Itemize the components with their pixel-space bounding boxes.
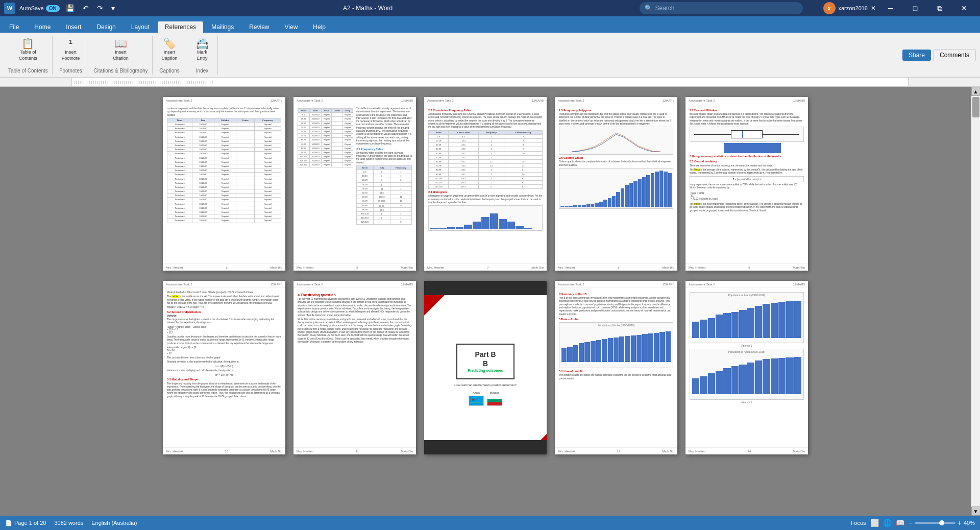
page-2-footer: Mrs. Hewlett 6 Math Bio xyxy=(293,263,416,271)
title-bar-left: W AutoSave ON 💾 ↶ ↷ ▾ xyxy=(4,3,117,14)
aruba-label: Aruba xyxy=(473,391,479,395)
scroll-down-button[interactable]: ▼ xyxy=(971,507,981,516)
page-2-content: ScoreDateResp.Cumul.Freq. 0-910/20/20Rep… xyxy=(293,104,416,263)
toc-icon: 📋 xyxy=(21,38,34,49)
zoom-level: 40% xyxy=(964,520,975,526)
web-layout-button[interactable]: 🌐 xyxy=(883,519,892,527)
word-count: 3082 words xyxy=(54,520,83,526)
restore-button[interactable]: ⧉ xyxy=(928,0,951,16)
redo-button[interactable]: ↷ xyxy=(95,3,105,13)
title-bar: W AutoSave ON 💾 ↶ ↷ ▾ A2 - Maths - Word … xyxy=(0,0,980,16)
tab-mailings[interactable]: Mailings xyxy=(204,21,241,33)
ribbon-group-index: 📇 Mark Entry Index xyxy=(187,36,218,75)
group-label-index: Index xyxy=(196,67,208,74)
status-right: Focus ⬜ 🌐 📖 − + 40% xyxy=(851,519,975,527)
maximize-button[interactable]: □ xyxy=(903,0,927,16)
status-bar: 📄 Page 1 of 20 3082 words English (Austr… xyxy=(0,516,980,530)
window-controls: ─ □ ⧉ ✕ xyxy=(879,0,976,16)
page-9-footer: Mrs. Hewlett 13 Math Bio xyxy=(555,447,677,454)
document-page-1: Assessment Task 2 12MAR5 number of respo… xyxy=(163,97,285,271)
scroll-thumb[interactable] xyxy=(972,97,979,117)
part-b-box: Part B B Predicting outcomes xyxy=(456,344,514,379)
page-7-footer: Mrs. Hewlett 11 Math Bio xyxy=(293,447,416,454)
tab-help[interactable]: Help xyxy=(306,21,333,33)
cumul-table: ScoreClass CentreFrequencyCumulative Fre… xyxy=(428,130,543,189)
scrollbar[interactable]: ▲ ▼ xyxy=(971,87,980,516)
read-mode-button[interactable]: 📖 xyxy=(896,519,904,527)
insert-footnote-button[interactable]: ¹ Insert Footnote xyxy=(59,37,83,62)
insert-caption-button[interactable]: 🏷️ Insert Caption xyxy=(159,37,181,62)
page-9-header: Assessment Task 2 12MAR5 xyxy=(555,281,677,288)
share-button[interactable]: Share xyxy=(902,50,931,61)
page-10-footer: Mrs. Hewlett 14 Math Bio xyxy=(685,447,808,454)
tab-view[interactable]: View xyxy=(278,21,305,33)
print-layout-button[interactable]: ⬜ xyxy=(870,519,879,527)
username: xarzon2016 xyxy=(839,5,868,11)
page-5-header: Assessment Task 2 12MAR5 xyxy=(685,97,808,104)
focus-button[interactable]: Focus xyxy=(851,520,866,526)
part-b-section: Part B B Predicting outcomes How well ca… xyxy=(428,298,543,451)
document-page-9: Assessment Task 2 12MAR5 0 Summary of Pa… xyxy=(555,281,677,454)
page-1-content: number of responses and the date the sur… xyxy=(163,104,285,263)
bulgaria-flag xyxy=(487,396,502,406)
group-label-footnotes: Footnotes xyxy=(59,67,82,74)
comments-button[interactable]: Comments xyxy=(933,49,976,61)
search-input[interactable] xyxy=(655,5,798,12)
tab-design[interactable]: Design xyxy=(89,21,122,33)
tab-home[interactable]: Home xyxy=(27,21,58,33)
zoom-out-button[interactable]: − xyxy=(909,519,913,527)
autosave-state[interactable]: ON xyxy=(46,5,60,12)
close-button[interactable]: ✕ xyxy=(952,0,976,16)
minimize-button[interactable]: ─ xyxy=(879,0,902,16)
tab-file[interactable]: File xyxy=(2,21,26,33)
ruler: | | | | | | | | | | | | | | | | | | | | … xyxy=(0,78,980,87)
table-of-contents-button[interactable]: 📋 Table of Contents xyxy=(16,37,40,62)
dark-top-bar xyxy=(424,281,547,295)
page-5-footer: Mrs. Hewlett 9 Math Bio xyxy=(685,263,808,271)
index-icon: 📇 xyxy=(196,38,209,49)
bulgaria-label: Bulgaria xyxy=(490,391,499,395)
page-label: Page 1 of 20 xyxy=(14,520,46,526)
close-account-icon[interactable]: ✕ xyxy=(871,5,876,12)
pages-row-2: Assessment Task 2 12MAR5 Mode (Individua… xyxy=(163,281,808,454)
language-label: English (Australia) xyxy=(91,520,137,526)
save-button[interactable]: 💾 xyxy=(64,3,77,13)
scroll-up-button[interactable]: ▲ xyxy=(971,87,981,96)
undo-button[interactable]: ↶ xyxy=(81,3,91,13)
caption-icon: 🏷️ xyxy=(163,38,176,49)
autosave-toggle: AutoSave ON xyxy=(19,5,60,12)
page-1-body: number of responses and the date the sur… xyxy=(167,107,281,117)
ribbon-group-citations: 📖 Insert Citation Citations & Bibliograp… xyxy=(89,36,152,75)
page-4-header: Assessment Task 2 12MAR5 xyxy=(555,97,677,104)
mark-entry-button[interactable]: 📇 Mark Entry xyxy=(192,37,212,62)
ribbon: File Home Insert Design Layout Reference… xyxy=(0,16,980,78)
histogram-chart xyxy=(428,205,543,231)
aruba-flag: ★ xyxy=(469,396,484,406)
zoom-in-button[interactable]: + xyxy=(958,519,962,527)
zoom-control: − + 40% xyxy=(909,519,975,527)
document-page-2: Assessment Task 2 12MAR5 ScoreDateResp.C… xyxy=(293,97,416,271)
pages-area[interactable]: Assessment Task 2 12MAR5 number of respo… xyxy=(0,87,971,516)
document-page-10: Assessment Task 2 12MAR5 Population of A… xyxy=(685,281,808,454)
freq-table: ScoreTallyFrequency 0-9|1 10-19|1 20-29|… xyxy=(356,165,412,225)
insert-citation-button[interactable]: 📖 Insert Citation xyxy=(110,37,132,62)
doc-area: Assessment Task 2 12MAR5 number of respo… xyxy=(0,87,980,516)
document-page-8: Part B B Predicting outcomes How well ca… xyxy=(424,281,547,454)
part-b-subtitle: Predicting outcomes xyxy=(468,368,503,373)
column-chart xyxy=(559,168,673,209)
bulgaria-flag-box: Bulgaria xyxy=(487,391,502,406)
page-4-footer: Mrs. Hewlett 8 Math Bio xyxy=(555,263,677,271)
title-bar-center: A2 - Maths - Word xyxy=(117,5,619,12)
group-label-citations: Citations & Bibliography xyxy=(93,67,148,74)
page-8-content: Part B B Predicting outcomes How well ca… xyxy=(424,295,547,454)
app-icon: W xyxy=(4,3,15,14)
more-qat-button[interactable]: ▾ xyxy=(109,3,117,13)
scroll-track[interactable] xyxy=(971,96,980,507)
tab-layout[interactable]: Layout xyxy=(124,21,157,33)
tab-references[interactable]: References xyxy=(158,21,203,33)
zoom-slider[interactable] xyxy=(915,522,955,524)
tab-review[interactable]: Review xyxy=(242,21,276,33)
page-1-header: Assessment Task 2 12MAR5 xyxy=(163,97,285,104)
page-6-footer: Mrs. Hewlett 10 Math Bio xyxy=(163,447,285,454)
tab-insert[interactable]: Insert xyxy=(59,21,88,33)
